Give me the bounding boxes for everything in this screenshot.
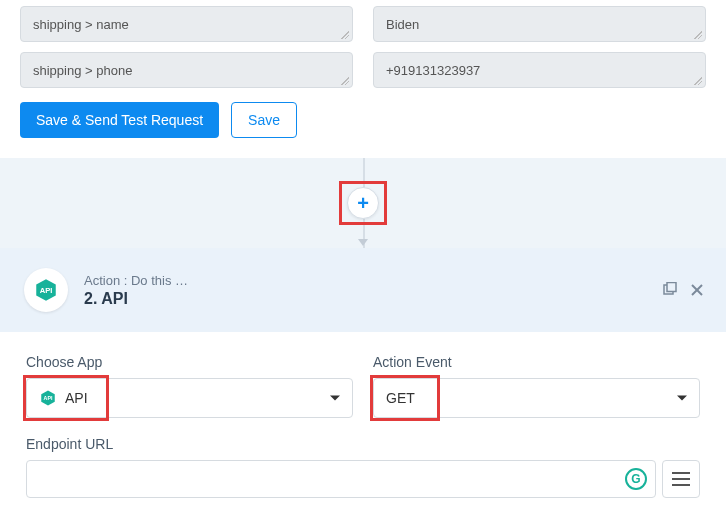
field-label-shipping-phone[interactable]: shipping > phone [20,52,353,88]
resize-handle-icon[interactable] [694,31,702,39]
plus-icon: + [357,192,369,215]
field-value-text: Biden [386,17,419,32]
field-value-shipping-phone[interactable]: +919131323937 [373,52,706,88]
svg-text:API: API [40,286,53,295]
hamburger-icon [672,484,690,486]
resize-handle-icon[interactable] [341,77,349,85]
save-button[interactable]: Save [231,102,297,138]
endpoint-url-menu-button[interactable] [662,460,700,498]
grammarly-badge-icon[interactable]: G [625,468,647,490]
action-event-field: Action Event GET [373,354,700,418]
choose-app-select[interactable]: API API [26,378,353,418]
action-event-value: GET [386,390,415,406]
endpoint-url-label: Endpoint URL [26,436,700,452]
chevron-down-icon [330,396,340,401]
field-label-text: shipping > name [33,17,129,32]
close-icon [690,283,704,297]
delete-step-button[interactable] [688,281,706,299]
hexagon-api-icon: API [39,389,57,407]
field-label-text: shipping > phone [33,63,132,78]
header-actions [660,281,706,299]
svg-text:API: API [44,395,53,401]
choose-app-field: Choose App API API [26,354,353,418]
action-event-label: Action Event [373,354,700,370]
hamburger-icon [672,472,690,474]
action-subtitle: Action : Do this … [84,273,188,288]
endpoint-url-input[interactable]: G [26,460,656,498]
action-title: 2. API [84,290,188,308]
duplicate-step-button[interactable] [660,281,678,299]
action-card: API Action : Do this … 2. API [0,248,726,510]
request-form-card: shipping > name Biden shipping > phone +… [0,0,726,158]
save-send-test-button[interactable]: Save & Send Test Request [20,102,219,138]
chevron-down-icon [677,396,687,401]
button-row: Save & Send Test Request Save [20,102,706,138]
copy-icon [661,282,677,298]
add-step-button[interactable]: + [347,187,379,219]
resize-handle-icon[interactable] [341,31,349,39]
connector-arrow-icon [358,239,368,246]
choose-app-value: API [65,390,88,406]
svg-rect-3 [667,283,676,292]
action-body: Choose App API API [0,332,726,510]
hamburger-icon [672,478,690,480]
form-row-phone: shipping > phone +919131323937 [20,52,706,88]
action-titles: Action : Do this … 2. API [84,273,188,308]
hexagon-api-icon: API [33,277,59,303]
action-event-select[interactable]: GET [373,378,700,418]
resize-handle-icon[interactable] [694,77,702,85]
endpoint-url-field: Endpoint URL G [26,436,700,498]
field-label-shipping-name[interactable]: shipping > name [20,6,353,42]
field-value-text: +919131323937 [386,63,480,78]
action-fields-row: Choose App API API [26,354,700,418]
action-header: API Action : Do this … 2. API [0,248,726,332]
choose-app-label: Choose App [26,354,353,370]
main-scroll-container[interactable]: shipping > name Biden shipping > phone +… [0,0,726,510]
endpoint-url-input-wrap: G [26,460,700,498]
field-value-shipping-name[interactable]: Biden [373,6,706,42]
form-row-name: shipping > name Biden [20,6,706,42]
api-app-icon: API [24,268,68,312]
step-connector: + [0,158,726,248]
